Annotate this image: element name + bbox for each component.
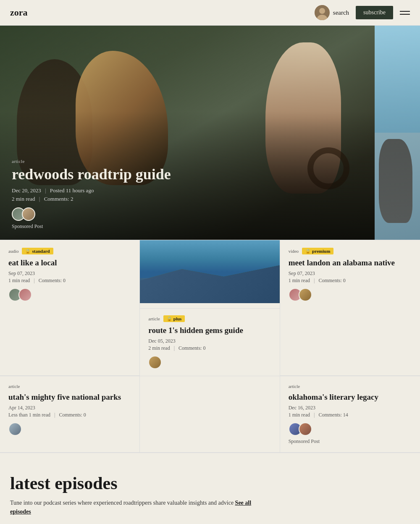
card-middle-placeholder <box>140 376 280 453</box>
card-meta: 1 min read | Comments: 14 <box>289 412 412 418</box>
card-eat-local[interactable]: audio 🔒 standard eat like a local Sep 07… <box>0 240 140 376</box>
episodes-title: latest episodes <box>10 473 410 493</box>
card-tags: article 🔒 plus <box>148 315 271 322</box>
card-meta: 2 min read | Comments: 0 <box>148 345 271 351</box>
cliff-image <box>140 240 279 303</box>
card-tags: audio 🔒 standard <box>8 248 131 254</box>
hero-side-image <box>375 26 420 240</box>
hero-category: article <box>12 159 363 164</box>
card-middle: article 🔒 plus route 1's hidden gems gui… <box>140 240 280 376</box>
card-avatars <box>8 422 131 436</box>
card-avatars <box>8 288 131 301</box>
card-tags: video 🔒 premium <box>289 248 412 254</box>
card-image-section[interactable] <box>140 240 279 309</box>
search-link[interactable]: search <box>333 9 349 16</box>
lock-icon: 🔒 <box>25 249 30 254</box>
card-title: route 1's hidden gems guide <box>148 325 271 335</box>
hamburger-menu[interactable] <box>400 11 410 15</box>
hero-content: article redwoods roadtrip guide Dec 20, … <box>0 149 375 240</box>
episodes-section: latest episodes Tune into our podcast se… <box>0 453 420 524</box>
lock-icon: 🔒 <box>305 249 310 254</box>
premium-badge: 🔒 premium <box>302 248 333 254</box>
card-sponsored: Sponsored Post <box>289 438 412 445</box>
avatar <box>8 422 22 436</box>
card-title: meet landon an alabama native <box>289 258 412 268</box>
card-type: article <box>8 384 20 389</box>
hero-sponsored: Sponsored Post <box>12 223 363 230</box>
hero-avatars <box>12 207 363 221</box>
hero-section: article redwoods roadtrip guide Dec 20, … <box>0 26 420 240</box>
logo[interactable]: zora <box>10 7 28 18</box>
header-actions: search subscribe <box>315 5 410 20</box>
hamburger-line <box>400 11 410 12</box>
cards-grid-row2: article utah's mighty five national park… <box>0 376 420 453</box>
card-meta: 1 min read | Comments: 0 <box>8 278 131 284</box>
subscribe-button[interactable]: subscribe <box>356 6 393 19</box>
hero-read-time: 2 min read <box>12 196 35 202</box>
card-meta: Less than 1 min read | Comments: 0 <box>8 412 131 418</box>
hero-read-meta: 2 min read | Comments: 2 <box>12 196 363 202</box>
card-title: utah's mighty five national parks <box>8 392 131 402</box>
card-tags: article <box>8 384 131 389</box>
standard-badge: 🔒 standard <box>22 248 53 254</box>
avatar <box>18 288 32 301</box>
cards-grid-row1: audio 🔒 standard eat like a local Sep 07… <box>0 240 420 376</box>
card-avatars <box>289 422 412 436</box>
card-utah[interactable]: article utah's mighty five national park… <box>0 376 140 453</box>
card-meta: 1 min read | Comments: 0 <box>289 278 412 284</box>
card-type: article <box>289 384 300 389</box>
hero-date-meta: Dec 20, 2023 | Posted 11 hours ago <box>12 187 363 194</box>
card-date: Sep 07, 2023 <box>8 270 131 277</box>
card-landon[interactable]: video 🔒 premium meet landon an alabama n… <box>280 240 420 376</box>
card-tags: article <box>289 384 412 389</box>
avatar <box>148 356 162 369</box>
card-date: Dec 05, 2023 <box>148 338 271 344</box>
card-date: Apr 14, 2023 <box>8 405 131 411</box>
card-oklahoma[interactable]: article oklahoma's literary legacy Dec 1… <box>280 376 420 453</box>
user-avatar[interactable] <box>315 5 330 20</box>
hero-comments: Comments: 2 <box>44 196 74 202</box>
card-middle-content[interactable]: article 🔒 plus route 1's hidden gems gui… <box>140 309 279 376</box>
card-title: eat like a local <box>8 258 131 268</box>
avatar <box>22 207 35 221</box>
hero-date: Dec 20, 2023 <box>12 187 41 194</box>
card-date: Sep 07, 2023 <box>289 270 412 277</box>
site-header: zora search subscribe <box>0 0 420 26</box>
card-title: oklahoma's literary legacy <box>289 392 412 402</box>
episodes-description: Tune into our podcast series where exper… <box>10 498 262 516</box>
card-type: audio <box>8 249 18 254</box>
card-avatars <box>289 288 412 301</box>
plus-badge: 🔒 plus <box>163 315 185 322</box>
card-type: video <box>289 249 299 254</box>
card-type: article <box>148 316 160 321</box>
avatar <box>299 288 312 301</box>
card-avatars <box>148 356 271 369</box>
hamburger-line <box>400 14 410 15</box>
hero-posted: Posted 11 hours ago <box>50 187 94 194</box>
search-group: search <box>315 5 349 20</box>
lock-icon: 🔒 <box>167 317 172 321</box>
hero-title[interactable]: redwoods roadtrip guide <box>12 166 363 183</box>
card-date: Dec 16, 2023 <box>289 405 412 411</box>
hero-main[interactable]: article redwoods roadtrip guide Dec 20, … <box>0 26 375 240</box>
svg-point-1 <box>319 8 325 14</box>
avatar <box>299 422 312 436</box>
